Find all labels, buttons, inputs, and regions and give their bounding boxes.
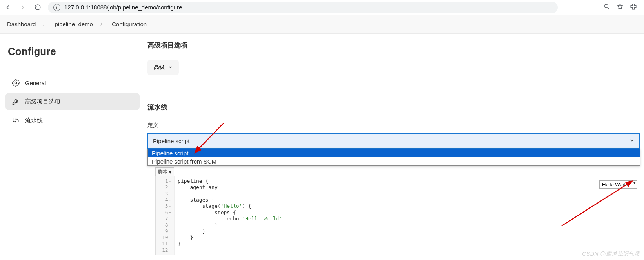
pipeline-icon — [12, 116, 20, 124]
gear-icon — [12, 79, 20, 87]
divider — [147, 91, 640, 91]
forward-button[interactable] — [18, 3, 27, 12]
editor-code[interactable]: pipeline { agent any stages { stage('Hel… — [175, 176, 285, 255]
section-advanced-heading: 高级项目选项 — [147, 41, 640, 50]
svg-point-0 — [604, 4, 608, 8]
definition-select[interactable]: Pipeline script — [147, 133, 640, 149]
breadcrumb-item[interactable]: Dashboard — [7, 21, 36, 27]
sample-script-select[interactable]: Hello World — [599, 180, 637, 189]
definition-dropdown: Pipeline script Pipeline script from SCM — [147, 149, 640, 166]
chevron-right-icon: 〉 — [43, 21, 47, 27]
editor-gutter: 1 ▾2 3 4 ▾5 ▾6 ▾7 8 9 10 11 12 — [156, 176, 175, 255]
zoom-icon[interactable] — [603, 3, 610, 12]
main-panel: 高级项目选项 高级 流水线 定义 Pipeline script Pipelin… — [145, 34, 644, 260]
advanced-button[interactable]: 高级 — [147, 60, 179, 75]
script-editor[interactable]: Hello World 1 ▾2 3 4 ▾5 ▾6 ▾7 8 9 10 11 … — [155, 176, 640, 255]
extensions-icon[interactable] — [630, 3, 637, 12]
reload-button[interactable] — [33, 3, 42, 12]
watermark: CSDN @霸道流氓气质 — [582, 251, 640, 258]
sidebar-item-advanced[interactable]: 高级项目选项 — [5, 93, 140, 110]
info-icon: i — [53, 4, 60, 11]
definition-option[interactable]: Pipeline script — [148, 149, 640, 157]
page-title: Configure — [8, 45, 140, 58]
definition-label: 定义 — [147, 122, 640, 129]
address-bar[interactable]: i 127.0.0.1:18088/job/pipeline_demo/conf… — [48, 2, 558, 13]
breadcrumb-item[interactable]: pipeline_demo — [55, 21, 93, 27]
star-icon[interactable] — [617, 3, 624, 12]
sidebar: Configure General 高级项目选项 流水线 — [0, 34, 145, 260]
breadcrumb: Dashboard 〉 pipeline_demo 〉 Configuratio… — [0, 15, 644, 34]
section-pipeline-heading: 流水线 — [147, 103, 640, 112]
sidebar-item-label: 高级项目选项 — [25, 98, 60, 105]
svg-point-1 — [15, 82, 17, 84]
wrench-icon — [12, 98, 20, 105]
url-text: 127.0.0.1:18088/job/pipeline_demo/config… — [64, 4, 182, 11]
definition-selected-value: Pipeline script — [153, 138, 189, 144]
sidebar-item-label: General — [25, 80, 46, 86]
sidebar-item-label: 流水线 — [25, 117, 43, 124]
definition-select-wrap: Pipeline script Pipeline script Pipeline… — [147, 133, 640, 149]
sidebar-item-pipeline[interactable]: 流水线 — [5, 112, 140, 129]
browser-toolbar: i 127.0.0.1:18088/job/pipeline_demo/conf… — [0, 0, 644, 15]
chevron-down-icon — [168, 64, 173, 71]
chevron-down-icon — [629, 138, 635, 144]
breadcrumb-item[interactable]: Configuration — [112, 21, 147, 27]
definition-option[interactable]: Pipeline script from SCM — [148, 157, 640, 165]
script-tab[interactable]: 脚本 ▾ — [155, 167, 174, 176]
back-button[interactable] — [3, 3, 13, 12]
chevron-down-icon: ▾ — [169, 169, 171, 175]
chevron-right-icon: 〉 — [100, 21, 105, 27]
sidebar-item-general[interactable]: General — [5, 74, 140, 91]
advanced-button-label: 高级 — [154, 64, 165, 71]
